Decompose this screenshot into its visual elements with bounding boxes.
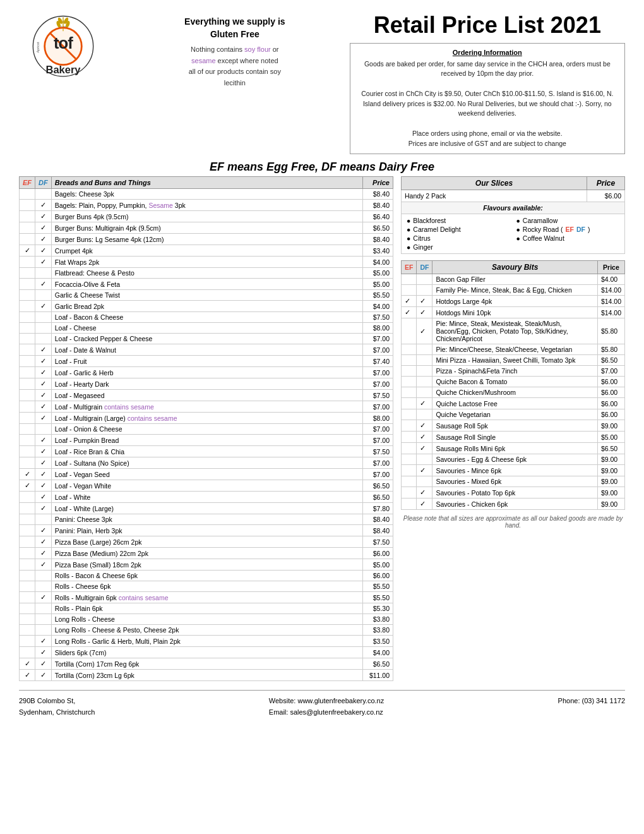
price-cell: $7.00 <box>363 457 393 469</box>
item-cell: Long Rolls - Cheese <box>51 614 362 625</box>
price-cell: $6.50 <box>363 492 393 503</box>
table-row: ✓Panini: Plain, Herb 3pk$8.40 <box>20 525 393 536</box>
price-cell: $5.00 <box>363 559 393 571</box>
df-cell: ✓ <box>35 592 52 603</box>
table-row: ✓✓Loaf - Vegan White$6.50 <box>20 480 393 492</box>
df-cell <box>417 409 432 420</box>
ef-cell <box>20 571 35 581</box>
ef-cell <box>402 285 417 296</box>
breads-table-header: EF DF Breads and Buns and Things Price <box>20 177 393 189</box>
item-cell: Loaf - Pumpkin Bread <box>51 435 362 446</box>
flavour-item: ● Rocky Road (EF DF) <box>516 226 620 233</box>
item-cell: Pizza Base (Large) 26cm 2pk <box>51 536 362 548</box>
item-cell: Garlic Bread 2pk <box>51 301 362 312</box>
svg-text:tof: tof <box>54 34 73 52</box>
ef-cell <box>20 413 35 424</box>
table-row: Bacon Gap Filler$4.00 <box>402 274 625 285</box>
ef-cell <box>402 420 417 432</box>
item-cell: Burger Buns: Multigrain 4pk (9.5cm) <box>51 222 362 234</box>
item-cell: Loaf - Date & Walnut <box>51 344 362 356</box>
handy-pack-row: Handy 2 Pack $6.00 <box>402 190 625 202</box>
table-row: ✓Bagels: Plain, Poppy, Pumpkin, Sesame 3… <box>20 200 393 211</box>
logo-icon: gluten free tof Apricot Bakery <box>19 13 107 82</box>
ef-cell <box>20 614 35 625</box>
table-row: ✓Loaf - Hearty Dark$7.00 <box>20 378 393 390</box>
item-cell: Loaf - Vegan White <box>51 480 362 492</box>
ef-cell <box>402 318 417 344</box>
address-line2: Sydenham, Christchurch <box>19 707 95 718</box>
df-cell: ✓ <box>417 443 432 454</box>
item-cell: Loaf - Garlic & Herb <box>51 367 362 378</box>
item-cell: Pie: Mince, Steak, Mexisteak, Steak/Mush… <box>432 318 597 344</box>
table-row: Family Pie- Mince, Steak, Bac & Egg, Chi… <box>402 285 625 296</box>
price-cell: $6.50 <box>363 222 393 234</box>
price-cell: $7.00 <box>363 401 393 413</box>
item-cell: Loaf - White <box>51 492 362 503</box>
flavours-grid-cell: ● Blackforest● Caramallow● Caramel Delig… <box>402 214 625 254</box>
ef-cell: ✓ <box>402 296 417 307</box>
df-cell <box>35 290 52 301</box>
table-row: ✓✓Hotdogs Mini 10pk$14.00 <box>402 307 625 318</box>
price-cell: $5.00 <box>597 432 624 443</box>
df-cell: ✓ <box>35 301 52 312</box>
item-cell: Flatbread: Cheese & Pesto <box>51 268 362 279</box>
df-cell: ✓ <box>35 234 52 245</box>
df-cell <box>35 625 52 636</box>
price-cell: $9.00 <box>597 454 624 465</box>
item-cell: Rolls - Bacon & Cheese 6pk <box>51 571 362 581</box>
table-row: ✓✓Loaf - Vegan Seed$7.00 <box>20 469 393 480</box>
price-cell: $4.00 <box>363 647 393 658</box>
ef-cell <box>20 401 35 413</box>
retail-title-area: Retail Price List 2021 Ordering Informat… <box>350 13 625 154</box>
price-cell: $6.50 <box>363 480 393 492</box>
item-cell: Pizza Base (Small) 18cm 2pk <box>51 559 362 571</box>
item-cell: Long Rolls - Garlic & Herb, Multi, Plain… <box>51 636 362 647</box>
ef-cell <box>402 476 417 487</box>
df-cell <box>417 377 432 387</box>
price-cell: $9.00 <box>597 420 624 432</box>
table-row: ✓Flat Wraps 2pk$4.00 <box>20 257 393 268</box>
df-cell <box>35 189 52 200</box>
item-cell: Bagels: Plain, Poppy, Pumpkin, Sesame 3p… <box>51 200 362 211</box>
price-cell: $5.30 <box>363 603 393 614</box>
table-row: ✓Pizza Base (Large) 26cm 2pk$7.50 <box>20 536 393 548</box>
bullet-icon: ● <box>407 234 410 242</box>
price-cell: $7.00 <box>363 424 393 435</box>
price-cell: $3.80 <box>363 614 393 625</box>
savoury-col-ef: EF <box>402 261 417 274</box>
price-cell: $5.80 <box>597 318 624 344</box>
tagline-line1: Everything we supply is <box>184 16 285 27</box>
df-cell <box>417 366 432 377</box>
table-row: ✓Quiche Lactose Free$6.00 <box>402 398 625 409</box>
ef-cell: ✓ <box>20 469 35 480</box>
table-row: ✓Sausage Roll Single$5.00 <box>402 432 625 443</box>
item-cell: Loaf - Cheese <box>51 323 362 334</box>
ef-cell <box>20 581 35 592</box>
table-row: Mini Pizza - Hawaiian, Sweet Chilli, Tom… <box>402 355 625 366</box>
df-cell <box>35 603 52 614</box>
handy-label: Handy 2 Pack <box>402 190 587 202</box>
table-row: ✓Long Rolls - Garlic & Herb, Multi, Plai… <box>20 636 393 647</box>
bullet-icon: ● <box>407 217 410 224</box>
item-cell: Pie: Mince/Cheese, Steak/Cheese, Vegetar… <box>432 344 597 355</box>
right-column: Our Slices Price Handy 2 Pack $6.00 Flav… <box>401 176 625 681</box>
ef-cell <box>402 454 417 465</box>
table-row: ✓✓Tortilla (Corn) 23cm Lg 6pk$11.00 <box>20 670 393 681</box>
price-cell: $8.40 <box>363 514 393 525</box>
flavour-item <box>516 243 620 251</box>
df-cell: ✓ <box>35 279 52 290</box>
item-cell: Long Rolls - Cheese & Pesto, Cheese 2pk <box>51 625 362 636</box>
item-cell: Flat Wraps 2pk <box>51 257 362 268</box>
item-cell: Quiche Vegetarian <box>432 409 597 420</box>
price-cell: $5.80 <box>597 344 624 355</box>
df-cell: ✓ <box>35 469 52 480</box>
ef-cell <box>20 592 35 603</box>
logo-area: gluten free tof Apricot Bakery <box>19 13 120 83</box>
table-row: ✓Burger Buns: Lg Sesame 4pk (12cm)$8.40 <box>20 234 393 245</box>
table-row: ✓Loaf - Date & Walnut$7.00 <box>20 344 393 356</box>
ordering-info-title: Ordering Information <box>357 49 618 56</box>
price-cell: $3.80 <box>363 625 393 636</box>
price-cell: $6.00 <box>597 409 624 420</box>
item-cell: Loaf - Multigrain contains sesame <box>51 401 362 413</box>
df-cell: ✓ <box>35 525 52 536</box>
